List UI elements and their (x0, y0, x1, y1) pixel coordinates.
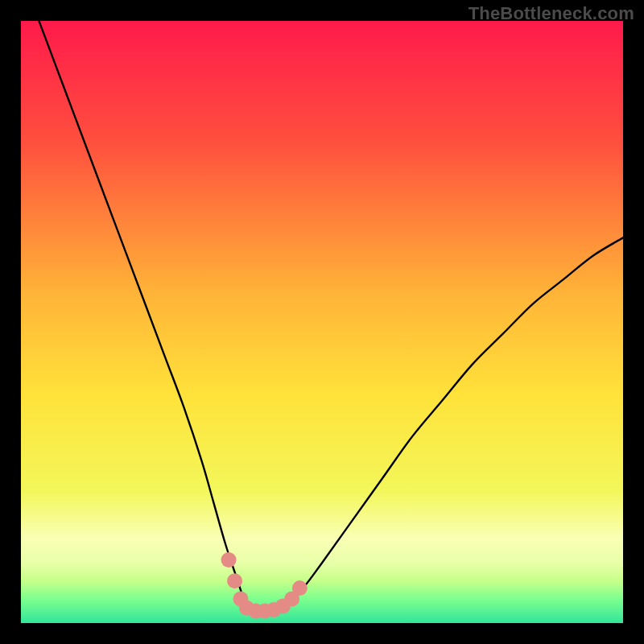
plot-area (21, 21, 623, 623)
background-gradient (21, 21, 623, 623)
chart-stage: TheBottleneck.com (0, 0, 644, 644)
svg-rect-0 (21, 21, 623, 623)
watermark-text: TheBottleneck.com (469, 3, 634, 24)
